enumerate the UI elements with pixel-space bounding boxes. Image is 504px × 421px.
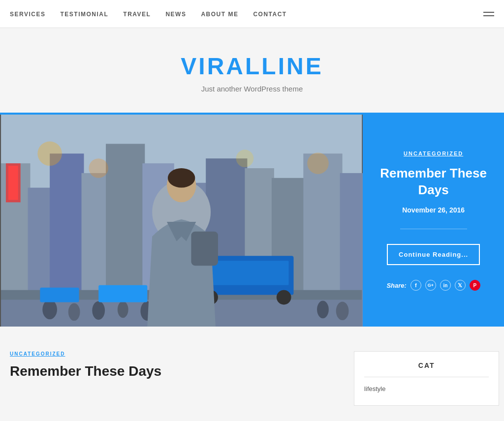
- svg-rect-14: [8, 166, 18, 200]
- nav-item-services[interactable]: SERVICES: [10, 11, 45, 18]
- svg-point-34: [236, 150, 254, 167]
- svg-point-27: [336, 301, 349, 320]
- featured-image: [0, 115, 363, 327]
- nav-menu: SERVICES TESTIMONIAL TRAVEL NEWS ABOUT M…: [10, 9, 287, 18]
- city-illustration: [0, 115, 363, 327]
- site-title: VIRALLINE: [10, 53, 494, 80]
- cat-widget-title: CAT: [364, 361, 489, 377]
- nav-item-travel[interactable]: TRAVEL: [123, 11, 151, 18]
- post-card: UNCATEGORIZED Remember These Days: [10, 351, 339, 380]
- sidebar: CAT lifestyle: [354, 351, 499, 406]
- featured-title: Remember These Days: [378, 165, 489, 199]
- main-content: UNCATEGORIZED Remember These Days CAT li…: [0, 327, 504, 421]
- svg-rect-31: [191, 232, 218, 266]
- continue-reading-button[interactable]: Continue Reading...: [387, 244, 480, 265]
- post-title: Remember These Days: [10, 362, 339, 380]
- featured-divider: [400, 229, 467, 229]
- share-label: Share:: [386, 282, 406, 289]
- twitter-share-icon[interactable]: 𝕏: [455, 280, 466, 291]
- featured-date: November 26, 2016: [402, 206, 465, 214]
- nav-item-about[interactable]: ABOUT ME: [201, 11, 238, 18]
- svg-point-33: [89, 158, 108, 178]
- nav-item-testimonial[interactable]: TESTIMONIAL: [60, 11, 108, 18]
- svg-rect-37: [98, 285, 147, 302]
- featured-category[interactable]: UNCATEGORIZED: [404, 150, 463, 156]
- categories-widget: CAT lifestyle: [354, 351, 499, 406]
- svg-point-24: [118, 301, 128, 318]
- pinterest-share-icon[interactable]: P: [470, 280, 480, 291]
- svg-point-21: [42, 300, 57, 320]
- site-tagline: Just another WordPress theme: [10, 85, 494, 93]
- navigation: SERVICES TESTIMONIAL TRAVEL NEWS ABOUT M…: [0, 0, 504, 28]
- linkedin-share-icon[interactable]: in: [440, 280, 451, 291]
- hamburger-menu[interactable]: [483, 12, 494, 16]
- googleplus-share-icon[interactable]: G+: [425, 280, 436, 291]
- featured-info-panel: UNCATEGORIZED Remember These Days Novemb…: [363, 115, 504, 327]
- nav-item-contact[interactable]: CONTACT: [253, 11, 286, 18]
- svg-point-23: [92, 301, 105, 320]
- category-item-lifestyle[interactable]: lifestyle: [364, 382, 489, 395]
- post-category-link[interactable]: UNCATEGORIZED: [10, 351, 339, 357]
- svg-point-22: [68, 303, 80, 321]
- posts-column: UNCATEGORIZED Remember These Days: [10, 351, 339, 406]
- site-header: VIRALLINE Just another WordPress theme: [0, 28, 504, 113]
- svg-rect-36: [40, 288, 79, 302]
- svg-point-35: [307, 152, 329, 174]
- nav-item-news[interactable]: NEWS: [165, 11, 186, 18]
- featured-section: UNCATEGORIZED Remember These Days Novemb…: [0, 113, 504, 327]
- svg-point-32: [37, 141, 62, 166]
- svg-point-20: [277, 290, 291, 305]
- facebook-share-icon[interactable]: f: [410, 280, 421, 291]
- svg-point-30: [168, 168, 195, 188]
- share-bar: Share: f G+ in 𝕏 P: [386, 280, 480, 291]
- svg-point-26: [317, 301, 329, 318]
